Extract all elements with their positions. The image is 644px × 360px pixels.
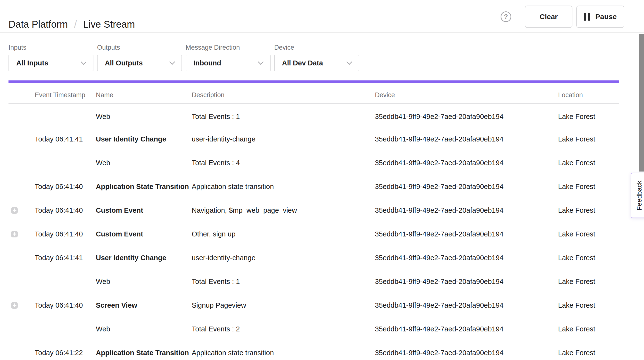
- filter-inputs: Inputs All Inputs: [8, 44, 94, 71]
- timestamp-cell: Today 06:41:40: [35, 293, 96, 317]
- filter-message-direction: Message Direction Inbound: [186, 44, 270, 71]
- expand-cell: [8, 175, 35, 198]
- top-header: Data Platform / Live Stream ? Clear Paus…: [0, 0, 644, 33]
- description-cell: Signup Pageview: [192, 293, 375, 317]
- timestamp-cell: [35, 151, 96, 175]
- event-table-body: WebTotal Events : 135eddb41-9ff9-49e2-7a…: [8, 103, 619, 360]
- device-dropdown-value: All Dev Data: [282, 59, 323, 67]
- timestamp-cell: Today 06:41:22: [35, 341, 96, 360]
- vertical-scrollbar[interactable]: [639, 34, 644, 172]
- expand-row-button[interactable]: [11, 207, 18, 214]
- name-cell: Application State Transition: [96, 175, 192, 198]
- top-controls: ? Clear Pause: [500, 5, 624, 28]
- name-cell: Application State Transition: [96, 341, 192, 360]
- column-header-name: Name: [96, 83, 192, 103]
- pause-button[interactable]: Pause: [576, 5, 624, 28]
- timestamp-cell: Today 06:41:40: [35, 175, 96, 198]
- location-cell: Lake Forest: [558, 317, 619, 341]
- description-cell: user-identity-change: [192, 127, 375, 151]
- description-cell: Total Events : 4: [192, 151, 375, 175]
- breadcrumb-item-live-stream: Live Stream: [83, 19, 135, 29]
- expand-cell: [8, 246, 35, 270]
- expand-row-button[interactable]: [11, 231, 18, 237]
- device-cell: 35eddb41-9ff9-49e2-7aed-20afa90eb194: [375, 175, 558, 198]
- message-direction-dropdown[interactable]: Inbound: [186, 55, 270, 71]
- feedback-tab-label: Feedback: [636, 180, 643, 210]
- device-cell: 35eddb41-9ff9-49e2-7aed-20afa90eb194: [375, 222, 558, 246]
- expand-cell: [8, 270, 35, 293]
- table-row: WebTotal Events : 435eddb41-9ff9-49e2-7a…: [8, 151, 619, 175]
- column-header-description: Description: [192, 83, 375, 103]
- column-header-location: Location: [558, 83, 619, 103]
- name-cell: Screen View: [96, 293, 192, 317]
- description-cell: Other, sign up: [192, 222, 375, 246]
- timestamp-cell: Today 06:41:41: [35, 246, 96, 270]
- location-cell: Lake Forest: [558, 175, 619, 198]
- device-cell: 35eddb41-9ff9-49e2-7aed-20afa90eb194: [375, 317, 558, 341]
- timestamp-cell: [35, 317, 96, 341]
- expand-cell: [8, 151, 35, 175]
- expand-cell: [8, 127, 35, 151]
- filter-outputs-label: Outputs: [97, 44, 182, 51]
- feedback-tab[interactable]: Feedback: [631, 173, 644, 218]
- name-cell: Custom Event: [96, 198, 192, 222]
- event-table-header: Event Timestamp Name Description Device …: [8, 83, 619, 103]
- location-cell: Lake Forest: [558, 270, 619, 293]
- expand-cell: [8, 317, 35, 341]
- device-dropdown[interactable]: All Dev Data: [274, 55, 359, 71]
- timestamp-cell: Today 06:41:41: [35, 127, 96, 151]
- column-header-event-timestamp: Event Timestamp: [35, 83, 96, 103]
- inputs-dropdown[interactable]: All Inputs: [8, 55, 94, 71]
- question-icon: ?: [500, 11, 511, 22]
- device-cell: 35eddb41-9ff9-49e2-7aed-20afa90eb194: [375, 293, 558, 317]
- description-cell: Total Events : 2: [192, 317, 375, 341]
- name-cell: Web: [96, 317, 192, 341]
- description-cell: Application state transition: [192, 175, 375, 198]
- chevron-down-icon: [169, 59, 175, 65]
- table-row: WebTotal Events : 135eddb41-9ff9-49e2-7a…: [8, 103, 619, 127]
- table-row: Today 06:41:40Custom EventNavigation, $m…: [8, 198, 619, 222]
- clear-button[interactable]: Clear: [525, 5, 572, 28]
- table-row: Today 06:41:41User Identity Changeuser-i…: [8, 127, 619, 151]
- description-cell: user-identity-change: [192, 246, 375, 270]
- filter-inputs-label: Inputs: [8, 44, 94, 51]
- name-cell: Custom Event: [96, 222, 192, 246]
- pause-icon: [584, 13, 590, 20]
- event-table: Event Timestamp Name Description Device …: [8, 83, 619, 360]
- chevron-down-icon: [80, 59, 86, 65]
- timestamp-cell: [35, 270, 96, 293]
- chevron-down-icon: [258, 59, 264, 65]
- description-cell: Application state transition: [192, 341, 375, 360]
- pause-button-label: Pause: [595, 12, 616, 21]
- expand-row-button[interactable]: [11, 302, 18, 309]
- breadcrumb: Data Platform / Live Stream: [8, 19, 135, 29]
- location-cell: Lake Forest: [558, 293, 619, 317]
- expand-column-header: [8, 83, 35, 103]
- expand-cell: [8, 293, 35, 317]
- device-cell: 35eddb41-9ff9-49e2-7aed-20afa90eb194: [375, 198, 558, 222]
- inputs-dropdown-value: All Inputs: [16, 59, 48, 67]
- location-cell: Lake Forest: [558, 103, 619, 127]
- expand-cell: [8, 103, 35, 127]
- table-row: WebTotal Events : 235eddb41-9ff9-49e2-7a…: [8, 317, 619, 341]
- filter-bar: Inputs All Inputs Outputs All Outputs Me…: [0, 33, 644, 71]
- location-cell: Lake Forest: [558, 198, 619, 222]
- name-cell: Web: [96, 270, 192, 293]
- location-cell: Lake Forest: [558, 151, 619, 175]
- outputs-dropdown[interactable]: All Outputs: [97, 55, 182, 71]
- expand-cell: [8, 222, 35, 246]
- help-button[interactable]: ?: [500, 11, 512, 22]
- location-cell: Lake Forest: [558, 127, 619, 151]
- name-cell: Web: [96, 103, 192, 127]
- stream-progress-bar: [8, 80, 619, 83]
- timestamp-cell: [35, 103, 96, 127]
- name-cell: Web: [96, 151, 192, 175]
- location-cell: Lake Forest: [558, 246, 619, 270]
- table-row: Today 06:41:40Custom EventOther, sign up…: [8, 222, 619, 246]
- breadcrumb-item-data-platform[interactable]: Data Platform: [8, 19, 68, 29]
- table-row: Today 06:41:41User Identity Changeuser-i…: [8, 246, 619, 270]
- breadcrumb-separator: /: [74, 19, 77, 29]
- chevron-down-icon: [346, 59, 352, 65]
- timestamp-cell: Today 06:41:40: [35, 222, 96, 246]
- name-cell: User Identity Change: [96, 127, 192, 151]
